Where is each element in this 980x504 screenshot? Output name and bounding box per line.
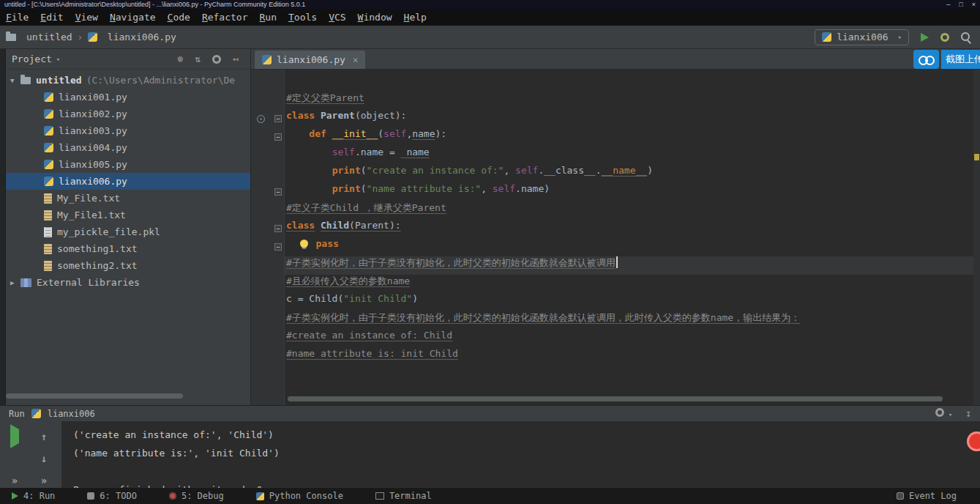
tree-item-lianxi003-py[interactable]: lianxi003.py: [6, 122, 250, 139]
tree-item-lianxi001-py[interactable]: lianxi001.py: [6, 89, 250, 105]
overlay-upload-badge[interactable]: 截图上传: [913, 50, 980, 69]
tree-item-lianxi006-py[interactable]: lianxi006.py: [6, 173, 250, 190]
tree-item-My_File1-txt[interactable]: My_File1.txt: [6, 207, 250, 223]
code-line-1[interactable]: #定义父类Parent: [251, 92, 980, 110]
code-line-5[interactable]: print("create an instance of:", self.__c…: [251, 165, 980, 183]
rerun-button[interactable]: [10, 429, 19, 443]
run-button[interactable]: [921, 33, 929, 42]
close-tab-icon[interactable]: ×: [353, 55, 358, 65]
right-chevrons-button[interactable]: »: [41, 473, 47, 487]
code-line-9[interactable]: − pass: [251, 238, 980, 256]
fold-marker-icon[interactable]: −: [274, 115, 282, 122]
settings-flower-icon[interactable]: [940, 33, 949, 42]
code-line-2[interactable]: ▾−class Parent(object):: [251, 110, 980, 128]
tree-item-lianxi002-py[interactable]: lianxi002.py: [6, 105, 250, 122]
tree-item-label: lianxi001.py: [59, 92, 127, 103]
tree-item-external-libraries[interactable]: ▶ External Libraries: [6, 274, 250, 291]
code-line-6[interactable]: − print("name attribute is:", self.name): [251, 183, 980, 201]
python-file-icon: [44, 160, 53, 169]
expand-collapse-icon[interactable]: ⇅: [195, 53, 201, 64]
console-output[interactable]: ('create an instance of:', 'Child')('nam…: [62, 421, 980, 488]
code-token: c = Child(: [286, 293, 343, 304]
statusbar-debug[interactable]: 5: Debug: [169, 491, 224, 501]
minimize-button[interactable]: –: [946, 1, 950, 8]
tree-item-my_pickle_file-pkl[interactable]: my_pickle_file.pkl: [6, 223, 250, 240]
fold-marker-icon[interactable]: −: [274, 188, 282, 196]
menu-refactor[interactable]: Refactor: [196, 12, 254, 23]
tree-item-lianxi005-py[interactable]: lianxi005.py: [6, 156, 250, 173]
close-button[interactable]: ×: [972, 1, 976, 8]
menu-help[interactable]: Help: [398, 12, 433, 23]
code-editor[interactable]: #定义父类Parent▾−class Parent(object):− def …: [251, 70, 980, 405]
statusbar-event-log[interactable]: Event Log: [897, 491, 957, 501]
editor-tab-lianxi006[interactable]: lianxi006.py ×: [255, 51, 365, 69]
maximize-button[interactable]: □: [959, 1, 962, 8]
menu-window[interactable]: Window: [352, 12, 398, 23]
menu-view[interactable]: View: [70, 12, 104, 23]
statusbar-terminal[interactable]: Terminal: [375, 491, 432, 501]
tool-window-stripe[interactable]: [0, 49, 6, 405]
code-token: "name attribute is:": [367, 183, 482, 194]
code-line-10[interactable]: #子类实例化时，由于子类没有初始化，此时父类的初始化函数就会默认被调用: [251, 256, 980, 275]
statusbar-python[interactable]: Python Console: [256, 491, 343, 501]
menu-code[interactable]: Code: [162, 12, 196, 23]
tree-collapsed-icon[interactable]: ▶: [10, 279, 20, 286]
code-line-15[interactable]: #name attribute is: init Child: [251, 348, 980, 366]
code-line-3[interactable]: − def __init__(self,name):: [251, 128, 980, 147]
code-line-14[interactable]: #create an instance of: Child: [251, 330, 980, 348]
fold-marker-icon[interactable]: −: [274, 243, 282, 251]
project-panel-title[interactable]: Project: [12, 53, 52, 64]
code-line-7[interactable]: #定义子类Child ，继承父类Parent: [251, 201, 980, 220]
menu-tools[interactable]: Tools: [283, 12, 323, 23]
run-configuration-label: lianxi006: [837, 32, 888, 42]
tree-item-something1-txt[interactable]: something1.txt: [6, 240, 250, 257]
intention-bulb-icon[interactable]: [300, 240, 308, 248]
breadcrumb-file[interactable]: lianxi006.py: [108, 32, 176, 42]
tree-root[interactable]: ▼ untitled (C:\Users\Administrator\De: [6, 72, 250, 89]
code-token: [315, 220, 321, 231]
locate-file-icon[interactable]: ⊕: [178, 53, 184, 64]
code-line-8[interactable]: −class Child(Parent):: [251, 220, 980, 238]
scroll-to-end-icon[interactable]: ↧: [965, 408, 971, 419]
code-token: self: [332, 147, 355, 158]
breadcrumb-project[interactable]: untitled: [26, 32, 72, 42]
tree-item-lianxi004-py[interactable]: lianxi004.py: [6, 139, 250, 156]
run-panel-title[interactable]: Run: [9, 409, 25, 419]
down-stack-trace-button[interactable]: ↓: [41, 451, 47, 465]
menu-navigate[interactable]: Navigate: [104, 12, 162, 23]
upload-link-icon[interactable]: [913, 50, 939, 69]
hide-panel-icon[interactable]: ↤: [233, 53, 239, 64]
python-file-icon: [44, 126, 53, 136]
code-line-4[interactable]: self.name = name: [251, 147, 980, 165]
editor-marker-strip[interactable]: [973, 70, 980, 405]
code-line-12[interactable]: c = Child("init Child"): [251, 293, 980, 311]
code-line-13[interactable]: #子类实例化时，由于子类没有初始化，此时父类的初始化函数就会默认被调用，此时传入…: [251, 311, 980, 330]
search-icon[interactable]: [961, 32, 971, 42]
title-bar[interactable]: untitled - [C:\Users\Administrator\Deskt…: [0, 0, 980, 9]
upload-badge-label[interactable]: 截图上传: [941, 50, 980, 69]
subclassed-gutter-icon[interactable]: ▾: [257, 115, 265, 123]
menu-edit[interactable]: Edit: [34, 12, 69, 23]
run-settings-gear-icon[interactable]: ▾: [935, 408, 952, 419]
code-line-11[interactable]: #且必须传入父类的参数name: [251, 275, 980, 293]
left-chevrons-button[interactable]: »: [12, 473, 18, 487]
editor-horizontal-scrollbar[interactable]: [288, 396, 943, 401]
code-token: #子类实例化时，由于子类没有初始化，此时父类的初始化函数就会默认被调用: [286, 257, 616, 268]
statusbar-todo[interactable]: 6: TODO: [87, 491, 137, 501]
fold-marker-icon[interactable]: −: [274, 225, 282, 232]
project-horizontal-scrollbar[interactable]: [6, 393, 183, 399]
tree-item-My_File-txt[interactable]: My_File.txt: [6, 190, 250, 207]
fold-marker-icon[interactable]: −: [274, 133, 282, 141]
menu-run[interactable]: Run: [254, 12, 283, 23]
warning-stripe-marker[interactable]: [974, 154, 979, 160]
chevron-down-icon[interactable]: ▾: [56, 56, 60, 63]
menu-file[interactable]: File: [0, 12, 34, 23]
menu-vcs[interactable]: VCS: [323, 12, 351, 23]
statusbar-run[interactable]: 4: Run: [12, 491, 55, 501]
settings-gear-icon[interactable]: [212, 55, 221, 64]
up-stack-trace-button[interactable]: ↑: [41, 429, 47, 443]
run-config-tab[interactable]: lianxi006: [48, 409, 95, 419]
run-configuration-select[interactable]: lianxi006 ▾: [815, 29, 909, 45]
tree-expanded-icon[interactable]: ▼: [10, 77, 20, 84]
tree-item-something2-txt[interactable]: something2.txt: [6, 257, 250, 274]
